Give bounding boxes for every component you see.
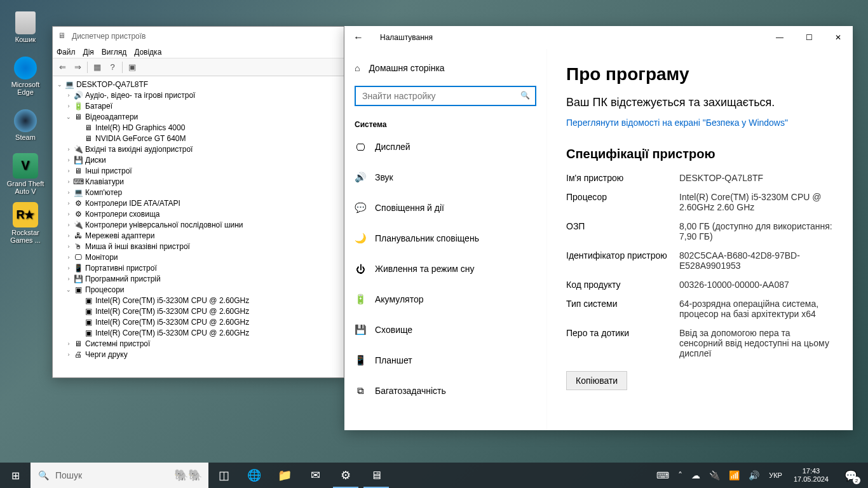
- settings-title: Налаштування: [380, 33, 433, 42]
- tray-wifi-icon[interactable]: 📶: [727, 470, 742, 480]
- start-button[interactable]: ⊞: [0, 463, 31, 488]
- desktop-icon-steam[interactable]: Steam: [3, 101, 48, 149]
- tree-category[interactable]: ›🖥Системні пристрої: [53, 338, 344, 349]
- tree-category[interactable]: ›🔌Вхідні та вихідні аудіопристрої: [53, 144, 344, 154]
- tray-chevron-up-icon[interactable]: ˄: [676, 470, 684, 480]
- nav-item[interactable]: 💬Сповіщення й дії: [344, 193, 546, 223]
- tree-category[interactable]: ›🔊Аудіо-, відео- та ігрові пристрої: [53, 90, 344, 100]
- minimize-button[interactable]: —: [765, 27, 794, 48]
- help-button[interactable]: ?: [105, 60, 119, 74]
- nav-item[interactable]: 💾Сховище: [344, 315, 546, 345]
- spec-label: Тип системи: [566, 299, 679, 319]
- nav-item[interactable]: 📱Планшет: [344, 345, 546, 376]
- nav-item[interactable]: ⧉Багатозадачність: [344, 376, 546, 406]
- separator: [87, 62, 88, 73]
- menu-item[interactable]: Файл: [57, 48, 76, 57]
- page-title: Про програму: [566, 64, 834, 85]
- category-icon: 💾: [73, 274, 83, 284]
- nav-item[interactable]: ⏻Живлення та режим сну: [344, 254, 546, 284]
- view-button[interactable]: ▦: [90, 60, 104, 74]
- search-emoji: 🐘🐘: [174, 468, 202, 482]
- tree-category[interactable]: ›🖱Миша й інші вказівні пристрої: [53, 241, 344, 252]
- tree-category[interactable]: ›🔌Контролери універсальної послідовної ш…: [53, 219, 344, 230]
- tray-clock[interactable]: 17:43 17.05.2024: [790, 467, 832, 484]
- settings-titlebar[interactable]: ← Налаштування — ☐ ✕: [344, 26, 853, 49]
- category-icon: ⚙: [73, 209, 83, 219]
- nav-item-icon: 🔊: [355, 172, 366, 183]
- tree-root[interactable]: ⌄💻DESKTOP-QA7L8TF: [53, 79, 344, 90]
- tree-device[interactable]: 🖥Intel(R) HD Graphics 4000: [53, 122, 344, 133]
- desktop-icon-gta[interactable]: VGrand Theft Auto V: [3, 150, 48, 198]
- desktop-icon-edge[interactable]: Microsoft Edge: [3, 52, 48, 100]
- devmgr-toolbar: ⇐ ⇒ ▦ ? ▣: [53, 58, 344, 76]
- tree-device[interactable]: ▣Intel(R) Core(TM) i5-3230M CPU @ 2.60GH…: [53, 306, 344, 316]
- maximize-button[interactable]: ☐: [794, 27, 824, 48]
- nav-search: [355, 86, 536, 106]
- task-view-button[interactable]: ◫: [208, 463, 239, 488]
- edge-task-button[interactable]: 🌐: [239, 463, 269, 488]
- tree-device[interactable]: ▣Intel(R) Core(TM) i5-3230M CPU @ 2.60GH…: [53, 295, 344, 306]
- devmgr-title: Диспетчер пристроїв: [72, 32, 146, 41]
- tray-volume-icon[interactable]: 🔊: [747, 470, 761, 480]
- desktop-icon-rockstar[interactable]: R★Rockstar Games ...: [3, 199, 48, 247]
- tree-category[interactable]: ›⌨Клавіатури: [53, 176, 344, 187]
- category-icon: 🖥: [73, 112, 83, 122]
- mail-task-button[interactable]: ✉: [300, 463, 330, 488]
- icon-label: Rockstar Games ...: [3, 229, 48, 244]
- desktop-icon-trash[interactable]: Кошик: [3, 3, 48, 51]
- tray-language[interactable]: УКР: [766, 471, 785, 479]
- category-icon: 🔌: [73, 220, 83, 230]
- spec-value: 8,00 ГБ (доступно для використання: 7,90…: [679, 221, 834, 241]
- tree-category[interactable]: ›⚙Контролери IDE ATA/ATAPI: [53, 198, 344, 208]
- forward-button[interactable]: ⇒: [71, 60, 85, 74]
- taskbar-search[interactable]: 🔍 Пошук 🐘🐘: [31, 463, 208, 488]
- copy-button[interactable]: Копіювати: [566, 371, 627, 390]
- tree-device[interactable]: 🖥NVIDIA GeForce GT 640M: [53, 133, 344, 144]
- devmgr-task-button[interactable]: 🖥: [361, 463, 391, 488]
- tree-category[interactable]: ›🖥Інші пристрої: [53, 165, 344, 176]
- tray-notifications[interactable]: 💬2: [837, 463, 864, 488]
- tree-category[interactable]: ⌄🖥Відеоадаптери: [53, 111, 344, 122]
- search-input[interactable]: [355, 86, 536, 106]
- menu-item[interactable]: Вигляд: [102, 48, 126, 57]
- devmgr-titlebar[interactable]: 🖥 Диспетчер пристроїв: [53, 27, 344, 46]
- tree-category[interactable]: ›📱Портативні пристрої: [53, 262, 344, 273]
- settings-task-button[interactable]: ⚙: [330, 463, 361, 488]
- nav-item[interactable]: 🔊Звук: [344, 162, 546, 193]
- explorer-task-button[interactable]: 📁: [269, 463, 300, 488]
- tree-category[interactable]: ⌄▣Процесори: [53, 284, 344, 295]
- spec-row: Тип системи64-розрядна операційна систем…: [566, 299, 834, 319]
- category-icon: 🖨: [73, 349, 83, 360]
- close-button[interactable]: ✕: [824, 27, 853, 48]
- tree-category[interactable]: ›🔋Батареї: [53, 100, 344, 111]
- search-placeholder: Пошук: [55, 470, 82, 480]
- tree-category[interactable]: ›💻Комп'ютер: [53, 187, 344, 198]
- back-arrow-icon[interactable]: ←: [351, 32, 366, 43]
- nav-item[interactable]: 🌙Планувальник сповіщень: [344, 223, 546, 254]
- nav-item[interactable]: 🖵Дисплей: [344, 132, 546, 162]
- tree-category[interactable]: ›💾Програмний пристрій: [53, 273, 344, 284]
- tray-keyboard-icon[interactable]: ⌨: [654, 470, 671, 480]
- back-button[interactable]: ⇐: [55, 60, 69, 74]
- tree-category[interactable]: ›💾Диски: [53, 154, 344, 165]
- nav-item[interactable]: 🔋Акумулятор: [344, 284, 546, 315]
- nav-home[interactable]: ⌂ Домашня сторінка: [344, 55, 546, 81]
- scan-button[interactable]: ▣: [125, 60, 139, 74]
- tree-category[interactable]: ›🖵Монітори: [53, 252, 344, 262]
- tree-category[interactable]: ›⚙Контролери сховища: [53, 208, 344, 219]
- security-link[interactable]: Переглянути відомості на екрані "Безпека…: [566, 118, 788, 128]
- tree-category[interactable]: ›🖨Черги друку: [53, 349, 344, 360]
- category-icon: 📱: [73, 263, 83, 273]
- nav-item-label: Багатозадачність: [375, 386, 446, 396]
- menu-item[interactable]: Дія: [83, 48, 94, 57]
- category-icon: 💾: [73, 155, 83, 165]
- tree-device[interactable]: ▣Intel(R) Core(TM) i5-3230M CPU @ 2.60GH…: [53, 327, 344, 338]
- icon-label: Microsoft Edge: [3, 81, 48, 96]
- tree-category[interactable]: ›🖧Мережеві адаптери: [53, 230, 344, 241]
- menu-item[interactable]: Довідка: [134, 48, 161, 57]
- tray-power-icon[interactable]: 🔌: [707, 470, 722, 480]
- tree-device[interactable]: ▣Intel(R) Core(TM) i5-3230M CPU @ 2.60GH…: [53, 316, 344, 327]
- tray-onedrive-icon[interactable]: ☁: [689, 470, 702, 480]
- tray-time: 17:43: [794, 467, 829, 475]
- device-icon: ▣: [83, 317, 93, 327]
